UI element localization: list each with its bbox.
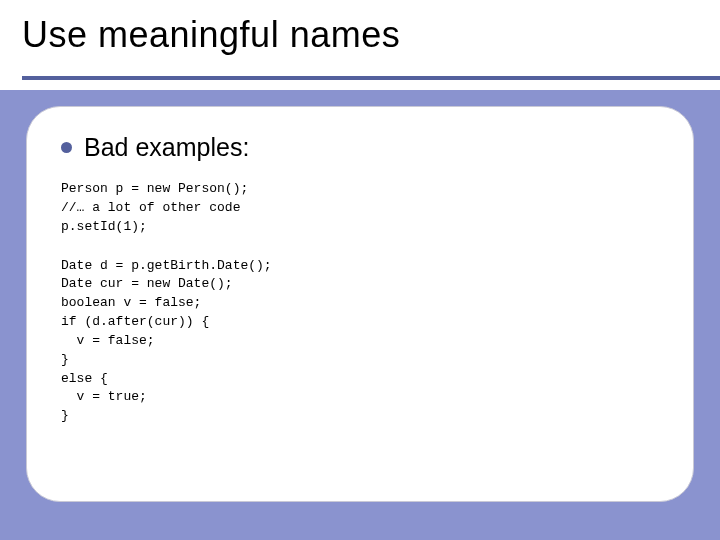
- bullet-label: Bad examples:: [84, 133, 249, 162]
- title-underline: [22, 76, 720, 80]
- code-example-2: Date d = p.getBirth.Date(); Date cur = n…: [61, 257, 659, 427]
- slide: Use meaningful names Bad examples: Perso…: [0, 0, 720, 540]
- slide-title: Use meaningful names: [22, 14, 720, 56]
- bullet-row: Bad examples:: [61, 133, 659, 162]
- content-card: Bad examples: Person p = new Person(); /…: [26, 106, 694, 502]
- code-example-1: Person p = new Person(); //… a lot of ot…: [61, 180, 659, 237]
- bullet-icon: [61, 142, 72, 153]
